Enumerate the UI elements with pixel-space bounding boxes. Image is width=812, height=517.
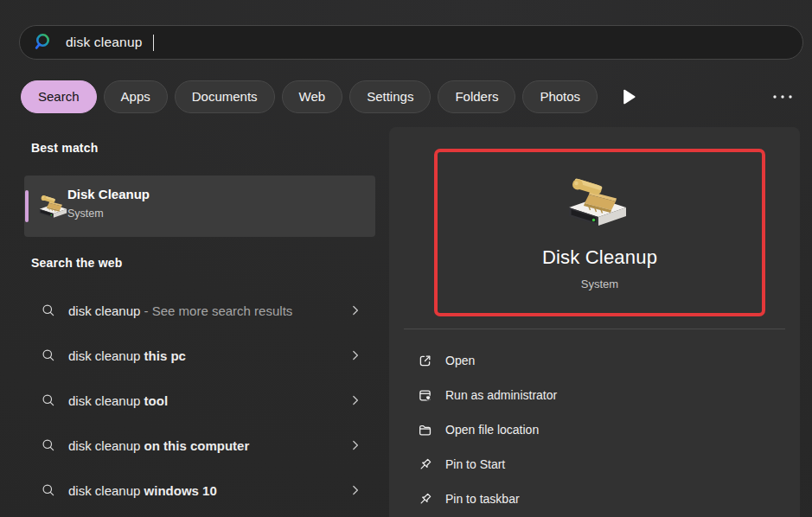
selection-accent-bar <box>25 190 29 222</box>
tab-apps[interactable]: Apps <box>104 80 168 113</box>
search-the-web-heading: Search the web <box>31 256 123 270</box>
play-button[interactable] <box>618 87 637 106</box>
search-input[interactable]: disk cleanup <box>19 25 803 60</box>
more-options-button[interactable] <box>769 89 796 105</box>
preview-subtitle: System <box>434 278 765 290</box>
web-suggestion-list: disk cleanup - See more search results d… <box>24 288 375 513</box>
search-icon <box>42 438 55 452</box>
chevron-right-icon <box>349 304 361 316</box>
disk-cleanup-icon <box>560 172 630 229</box>
chevron-right-icon <box>349 439 361 451</box>
web-suggestion-item[interactable]: disk cleanup tool <box>24 378 375 423</box>
chevron-right-icon <box>349 484 361 496</box>
best-match-title: Disk Cleanup <box>67 187 150 201</box>
tab-documents[interactable]: Documents <box>175 80 275 113</box>
search-icon <box>33 31 55 54</box>
search-icon <box>42 348 55 362</box>
web-suggestion-item[interactable]: disk cleanup this pc <box>24 333 375 378</box>
search-icon <box>42 303 55 317</box>
chevron-right-icon <box>349 394 361 406</box>
web-suggestion-item[interactable]: disk cleanup on this computer <box>24 423 375 468</box>
disk-cleanup-icon <box>35 192 68 220</box>
panel-divider <box>404 329 785 329</box>
web-suggestion-item[interactable]: disk cleanup windows 10 <box>24 468 375 513</box>
pin-icon <box>418 492 432 507</box>
open-external-icon <box>418 354 432 368</box>
preview-panel: Disk Cleanup System Open Run as administ… <box>389 127 800 517</box>
best-match-item[interactable]: Disk Cleanup System <box>24 176 375 237</box>
pin-icon <box>418 457 432 472</box>
action-pin-to-taskbar[interactable]: Pin to taskbar <box>404 482 785 516</box>
search-flyout: disk cleanup SearchAppsDocumentsWebSetti… <box>0 0 812 517</box>
chevron-right-icon <box>349 349 361 361</box>
search-icon <box>42 393 55 407</box>
action-run-as-administrator[interactable]: Run as administrator <box>404 378 785 412</box>
search-icon <box>42 483 55 497</box>
tab-folders[interactable]: Folders <box>438 80 515 113</box>
admin-window-shield-icon <box>418 388 432 403</box>
folder-icon <box>418 423 432 437</box>
ellipsis-icon <box>772 94 793 99</box>
web-suggestion-item[interactable]: disk cleanup - See more search results <box>24 288 375 333</box>
filter-tabs: SearchAppsDocumentsWebSettingsFoldersPho… <box>21 80 796 113</box>
best-match-heading: Best match <box>31 141 98 155</box>
tab-web[interactable]: Web <box>282 80 343 113</box>
tab-search[interactable]: Search <box>21 80 97 113</box>
tab-photos[interactable]: Photos <box>522 80 598 113</box>
action-open[interactable]: Open <box>404 343 785 378</box>
action-list: Open Run as administrator Open file loca… <box>404 343 785 516</box>
text-cursor <box>153 35 155 51</box>
search-query-text: disk cleanup <box>66 35 143 50</box>
action-open-file-location[interactable]: Open file location <box>404 412 785 447</box>
preview-title: Disk Cleanup <box>434 246 765 269</box>
tab-settings[interactable]: Settings <box>349 80 431 113</box>
play-icon <box>618 87 637 106</box>
action-pin-to-start[interactable]: Pin to Start <box>404 447 785 482</box>
best-match-subtitle: System <box>67 207 104 220</box>
